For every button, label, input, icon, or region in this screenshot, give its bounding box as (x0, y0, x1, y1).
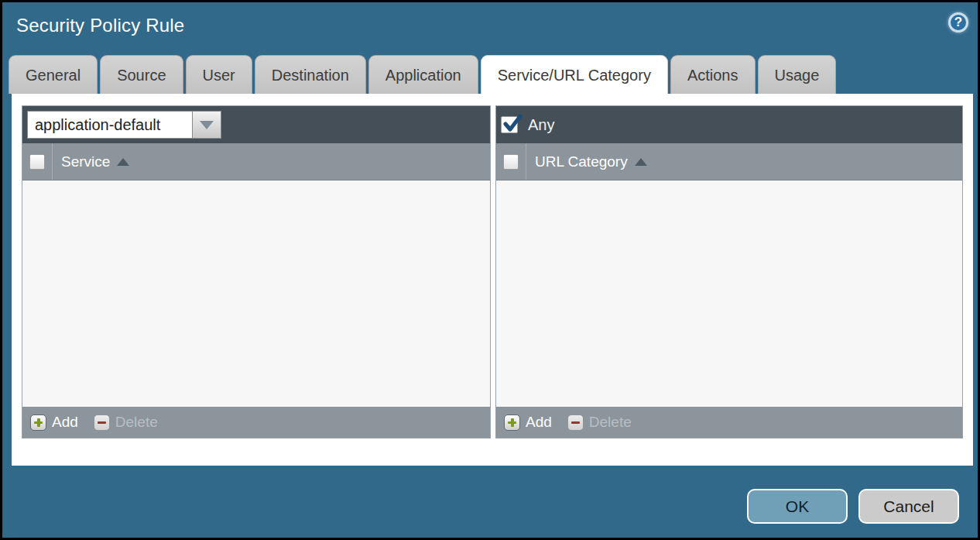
tab-actions[interactable]: Actions (670, 55, 756, 94)
service-panel: application-default Service Add Delete (22, 105, 491, 439)
minus-icon (94, 414, 110, 431)
ok-button[interactable]: OK (747, 489, 848, 524)
url-category-toolbar: Any (496, 106, 962, 143)
sort-asc-icon[interactable] (117, 158, 129, 166)
service-add-label: Add (52, 414, 78, 431)
service-delete-button[interactable]: Delete (94, 414, 158, 431)
cancel-button[interactable]: Cancel (858, 489, 959, 524)
service-column-label[interactable]: Service (61, 153, 110, 170)
service-select-all-checkbox[interactable] (29, 154, 45, 170)
tab-service-url-category[interactable]: Service/URL Category (481, 55, 668, 94)
help-icon[interactable]: ? (948, 12, 968, 33)
url-category-delete-label: Delete (589, 414, 632, 431)
any-checkbox[interactable] (501, 116, 518, 133)
security-policy-rule-dialog: { "window": { "title": "Security Policy … (0, 0, 980, 540)
checkmark-icon (502, 114, 523, 134)
url-category-footer: Add Delete (496, 407, 962, 438)
service-mode-dropdown: application-default (27, 111, 221, 139)
tab-content: application-default Service Add Delete (12, 94, 973, 466)
tab-usage[interactable]: Usage (758, 55, 837, 94)
service-panel-toolbar: application-default (22, 106, 490, 143)
service-column-header: Service (22, 143, 490, 181)
tab-general[interactable]: General (9, 55, 98, 94)
tab-application[interactable]: Application (368, 55, 478, 94)
service-select-all-cell (22, 143, 53, 180)
url-category-column-header: URL Category (496, 143, 962, 181)
any-label[interactable]: Any (528, 116, 554, 134)
service-mode-value[interactable]: application-default (27, 111, 193, 139)
dialog-title: Security Policy Rule (16, 15, 184, 36)
minus-icon (567, 414, 584, 431)
url-category-add-button[interactable]: Add (504, 414, 552, 431)
service-mode-dropdown-button[interactable] (193, 111, 221, 139)
service-list[interactable] (22, 181, 490, 407)
url-category-delete-button[interactable]: Delete (567, 414, 632, 431)
plus-icon (504, 414, 520, 431)
tab-bar: General Source User Destination Applicat… (9, 55, 836, 94)
plus-icon (30, 414, 46, 431)
url-category-select-all-cell (496, 143, 526, 180)
url-category-list[interactable] (496, 181, 962, 407)
url-category-panel: Any URL Category Add Delete (495, 105, 963, 439)
url-category-select-all-checkbox[interactable] (503, 154, 519, 170)
url-category-column-label[interactable]: URL Category (535, 153, 628, 170)
service-footer: Add Delete (22, 407, 490, 438)
service-delete-label: Delete (115, 414, 158, 431)
tab-destination[interactable]: Destination (255, 55, 366, 94)
service-add-button[interactable]: Add (30, 414, 78, 431)
url-category-add-label: Add (526, 414, 552, 431)
chevron-down-icon (200, 121, 214, 129)
tab-user[interactable]: User (186, 55, 252, 94)
tab-source[interactable]: Source (100, 55, 183, 94)
sort-asc-icon[interactable] (635, 158, 647, 166)
